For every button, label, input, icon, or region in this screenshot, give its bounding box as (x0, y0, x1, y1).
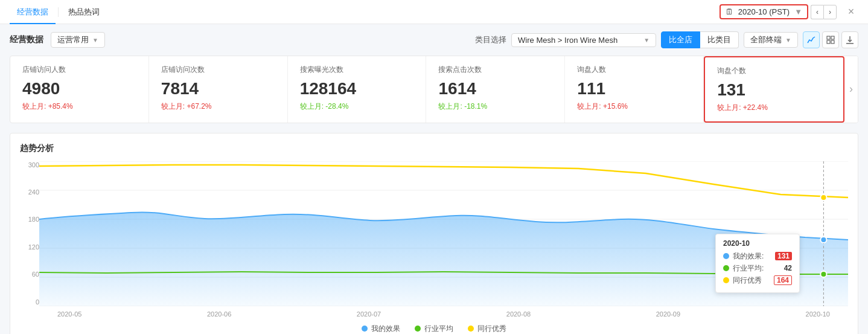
metric-value-0: 4980 (22, 79, 136, 99)
svg-point-13 (820, 237, 826, 243)
svg-point-14 (820, 271, 826, 277)
metric-value-3: 1614 (438, 79, 552, 99)
svg-rect-1 (831, 36, 834, 39)
svg-point-15 (820, 194, 826, 201)
nav-item-hot[interactable]: 热品热词 (61, 0, 107, 24)
legend-item-0: 我的效果 (362, 324, 400, 334)
download-btn[interactable] (841, 31, 858, 48)
x-axis: 2020-05 2020-06 2020-07 2020-08 2020-09 … (39, 310, 848, 318)
legend-item-2: 同行优秀 (468, 324, 506, 334)
x-label-5: 2020-10 (806, 310, 830, 318)
metric-change-0: 较上月: +85.4% (22, 101, 136, 112)
metric-card-3: 搜索点击次数 1614 较上月: -18.1% (426, 56, 565, 123)
metric-change-1: 较上月: +67.2% (161, 101, 275, 112)
svg-rect-2 (827, 40, 830, 43)
section-title: 经营数据 (10, 34, 43, 45)
tooltip-value-1: 42 (784, 264, 792, 272)
y-axis: 300 240 180 120 60 0 (20, 161, 39, 318)
metric-value-4: 111 (577, 79, 691, 99)
grid-view-btn[interactable] (822, 31, 839, 48)
metric-value-2: 128164 (300, 79, 414, 99)
metric-card-2: 搜索曝光次数 128164 较上月: -28.4% (288, 56, 427, 123)
y-label-60: 60 (20, 271, 39, 278)
metric-label-4: 询盘人数 (577, 65, 691, 75)
metric-card-0: 店铺访问人数 4980 较上月: +85.4% (10, 56, 149, 123)
legend-dot-1 (415, 326, 421, 332)
view-buttons (803, 31, 858, 48)
legend-item-1: 行业平均 (415, 324, 453, 334)
main-content: 经营数据 运营常用 ▼ 类目选择 Wire Mesh > Iron Wire M… (0, 24, 868, 334)
metrics-next-btn[interactable]: › (844, 56, 858, 123)
line-chart-btn[interactable] (803, 31, 820, 48)
nav-item-business[interactable]: 经营数据 (10, 0, 56, 24)
legend-dot-2 (468, 326, 474, 332)
metric-value-5: 131 (717, 80, 831, 100)
trend-section: 趋势分析 300 240 180 120 60 0 (10, 133, 858, 334)
metric-label-1: 店铺访问次数 (161, 65, 275, 75)
date-nav-arrows: ‹ › (811, 5, 837, 19)
legend-label-2: 同行优秀 (477, 324, 506, 334)
grid-icon (826, 36, 835, 44)
tooltip-row-0: 我的效果: 131 (723, 251, 792, 262)
metric-label-2: 搜索曝光次数 (300, 65, 414, 75)
y-label-0: 0 (20, 298, 39, 306)
download-icon (846, 36, 854, 44)
top-bar: 经营数据 热品热词 🗓 2020-10 (PST) ▼ ‹ › × (0, 0, 868, 24)
chart-tooltip: 2020-10 我的效果: 131 行业平均: 42 同行优秀 16 (715, 234, 800, 293)
tooltip-row-1: 行业平均: 42 (723, 263, 792, 274)
date-selector[interactable]: 🗓 2020-10 (PST) ▼ (720, 4, 808, 19)
category-dropdown[interactable]: Wire Mesh > Iron Wire Mesh ▼ (511, 33, 656, 47)
metric-label-5: 询盘个数 (717, 66, 831, 76)
tooltip-label-0: 我的效果: (733, 251, 764, 262)
chart-container: 2020-10 我的效果: 131 行业平均: 42 同行优秀 16 (39, 161, 848, 318)
section-header: 经营数据 运营常用 ▼ 类目选择 Wire Mesh > Iron Wire M… (10, 31, 858, 48)
category-value: Wire Mesh > Iron Wire Mesh (518, 36, 617, 45)
compare-category-btn[interactable]: 比类目 (700, 31, 739, 48)
trend-title: 趋势分析 (20, 143, 848, 154)
terminal-dropdown[interactable]: 全部终端 ▼ (744, 32, 798, 48)
metric-label-3: 搜索点击次数 (438, 65, 552, 75)
metric-change-3: 较上月: -18.1% (438, 101, 552, 112)
tooltip-value-0: 131 (775, 252, 792, 260)
tooltip-date: 2020-10 (723, 239, 792, 248)
tooltip-dot-1 (723, 265, 729, 271)
metric-card-4: 询盘人数 111 较上月: +15.6% (565, 56, 704, 123)
chart-legend: 我的效果 行业平均 同行优秀 (20, 324, 848, 334)
date-next-btn[interactable]: › (823, 5, 837, 19)
metrics-row: 店铺访问人数 4980 较上月: +85.4% 店铺访问次数 7814 较上月:… (10, 56, 858, 123)
metric-card-1: 店铺访问次数 7814 较上月: +67.2% (149, 56, 288, 123)
date-prev-btn[interactable]: ‹ (811, 5, 823, 19)
x-label-0: 2020-05 (57, 310, 81, 318)
filter-dropdown[interactable]: 运营常用 ▼ (51, 32, 105, 48)
metric-change-4: 较上月: +15.6% (577, 101, 691, 112)
line-chart-icon (807, 36, 815, 44)
calendar-icon: 🗓 (726, 7, 733, 16)
legend-label-1: 行业平均 (424, 324, 453, 334)
x-label-4: 2020-09 (656, 310, 680, 318)
tooltip-label-1: 行业平均: (733, 263, 764, 274)
x-label-3: 2020-08 (506, 310, 531, 318)
filter-arrow-icon: ▼ (92, 37, 98, 43)
category-label: 类目选择 (475, 34, 506, 45)
metric-card-5: 询盘个数 131 较上月: +22.4% (704, 56, 844, 123)
close-btn[interactable]: × (844, 5, 858, 19)
tooltip-value-2: 164 (774, 275, 792, 285)
legend-dot-0 (362, 326, 368, 332)
category-selector: 类目选择 Wire Mesh > Iron Wire Mesh ▼ 比全店 比类… (475, 31, 858, 48)
y-label-120: 120 (20, 243, 39, 251)
nav-divider (58, 7, 59, 17)
filter-label: 运营常用 (57, 34, 89, 45)
metric-change-2: 较上月: -28.4% (300, 101, 414, 112)
category-arrow-icon: ▼ (643, 37, 649, 43)
terminal-label: 全部终端 (750, 34, 782, 45)
compare-all-btn[interactable]: 比全店 (661, 31, 700, 48)
y-label-240: 240 (20, 188, 39, 196)
y-label-180: 180 (20, 216, 39, 223)
date-dropdown-arrow: ▼ (794, 7, 802, 16)
y-label-300: 300 (20, 161, 39, 169)
tooltip-dot-0 (723, 253, 729, 259)
x-label-2: 2020-07 (357, 310, 381, 318)
svg-rect-3 (831, 40, 834, 43)
metric-change-5: 较上月: +22.4% (717, 103, 831, 113)
date-text: 2020-10 (PST) (738, 7, 790, 16)
